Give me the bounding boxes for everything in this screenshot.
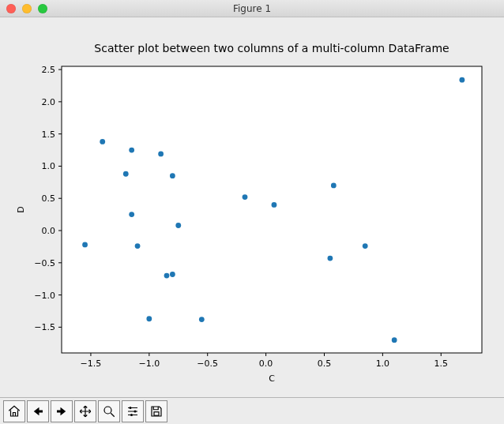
back-button[interactable] <box>27 400 49 422</box>
svg-rect-0 <box>62 66 482 353</box>
arrow-right-icon <box>55 404 69 418</box>
figure-window: Figure 1 −1.5−1.0−0.50.00.51.01.5−1.5−1.… <box>0 0 504 424</box>
svg-point-18 <box>104 407 111 414</box>
y-tick-label: −0.5 <box>34 258 55 268</box>
save-button[interactable] <box>145 400 167 422</box>
data-point <box>123 171 129 177</box>
svg-point-19 <box>130 407 132 409</box>
data-point <box>327 256 333 261</box>
data-point <box>129 148 134 153</box>
chart-title: Scatter plot between two columns of a mu… <box>94 42 449 54</box>
zoom-button[interactable] <box>98 400 120 422</box>
window-controls <box>0 4 47 13</box>
data-point <box>129 212 134 217</box>
figure-canvas[interactable]: −1.5−1.0−0.50.00.51.01.5−1.5−1.0−0.50.00… <box>0 17 504 397</box>
data-point <box>158 152 164 157</box>
minimize-icon[interactable] <box>22 4 32 13</box>
x-tick-label: −1.0 <box>138 358 160 369</box>
zoom-icon <box>102 404 116 418</box>
data-point <box>272 202 277 208</box>
svg-point-21 <box>130 414 133 416</box>
x-tick-label: 1.5 <box>434 358 449 369</box>
y-tick-label: −1.0 <box>34 291 55 301</box>
data-point <box>243 194 248 200</box>
home-icon <box>7 404 21 418</box>
x-axis-label: C <box>269 373 275 384</box>
y-tick-label: 2.0 <box>42 97 56 107</box>
data-point <box>135 243 141 249</box>
data-point <box>164 273 170 279</box>
scatter-chart: −1.5−1.0−0.50.00.51.01.5−1.5−1.0−0.50.00… <box>0 17 504 397</box>
x-tick-label: 0.5 <box>318 358 332 369</box>
pan-button[interactable] <box>74 400 96 422</box>
y-tick-label: 0.5 <box>42 193 56 204</box>
y-axis-label: D <box>16 206 26 212</box>
data-point <box>82 242 88 248</box>
data-point <box>199 317 205 322</box>
window-title: Figure 1 <box>0 3 504 14</box>
data-point <box>146 316 152 321</box>
x-tick-label: −0.5 <box>197 358 218 369</box>
y-tick-label: 0.0 <box>42 226 56 236</box>
home-button[interactable] <box>3 400 25 422</box>
mpl-toolbar <box>0 397 504 424</box>
arrow-left-icon <box>31 404 45 418</box>
titlebar: Figure 1 <box>0 0 504 17</box>
x-tick-label: 0.0 <box>259 358 273 369</box>
svg-point-20 <box>134 410 137 412</box>
data-point <box>331 183 337 189</box>
sliders-icon <box>126 404 140 418</box>
y-tick-label: 1.0 <box>42 161 56 171</box>
save-icon <box>149 404 164 418</box>
move-icon <box>78 404 92 418</box>
forward-button[interactable] <box>51 400 73 422</box>
x-tick-label: 1.0 <box>376 358 390 369</box>
data-point <box>170 173 175 178</box>
x-tick-label: −1.5 <box>81 358 102 369</box>
data-point <box>363 243 368 249</box>
data-point <box>175 223 181 228</box>
data-point <box>392 337 397 343</box>
maximize-icon[interactable] <box>38 4 47 13</box>
y-tick-label: −1.5 <box>34 322 55 332</box>
data-point <box>100 139 105 144</box>
data-point <box>459 77 465 83</box>
svg-rect-22 <box>154 411 159 415</box>
data-point <box>170 272 175 277</box>
y-tick-label: 2.5 <box>42 65 56 75</box>
close-icon[interactable] <box>6 4 16 13</box>
configure-button[interactable] <box>122 400 144 422</box>
y-tick-label: 1.5 <box>42 129 56 140</box>
